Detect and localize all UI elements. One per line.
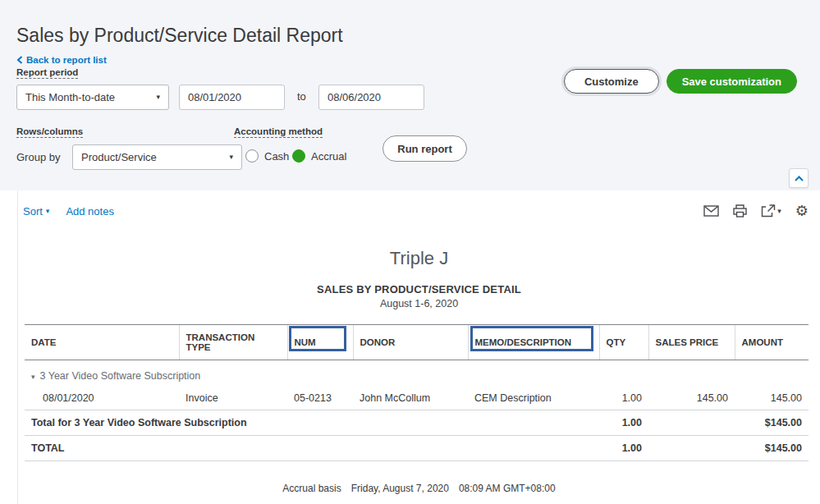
cell-amount: 145.00 <box>735 387 809 410</box>
back-to-report-list-link[interactable]: Back to report list <box>16 55 107 65</box>
cell-date[interactable]: 08/01/2020 <box>25 387 179 410</box>
radio-selected-icon <box>292 149 305 163</box>
grand-total-row: TOTAL 1.00 $145.00 <box>25 436 809 461</box>
report-card: Sort ▾ Add notes ▾ ⚙ Triple J SALES BY P… <box>18 190 820 504</box>
empty-cell <box>648 436 735 461</box>
customize-button[interactable]: Customize <box>564 69 659 94</box>
cash-radio-label: Cash <box>264 150 289 163</box>
column-header-sales-price[interactable]: SALES PRICE <box>648 325 735 360</box>
add-notes-label: Add notes <box>66 205 114 218</box>
run-report-button[interactable]: Run report <box>383 135 467 162</box>
group-total-qty: 1.00 <box>599 410 648 436</box>
cell-transaction-type[interactable]: Invoice <box>179 387 287 410</box>
cell-memo[interactable]: CEM Description <box>468 387 599 410</box>
accrual-radio[interactable]: Accrual <box>292 149 346 163</box>
print-button[interactable] <box>733 204 747 218</box>
chevron-left-icon <box>16 56 23 64</box>
grand-total-qty: 1.00 <box>599 436 648 461</box>
envelope-icon <box>703 205 719 217</box>
chevron-down-icon: ▾ <box>229 153 233 161</box>
cell-donor[interactable]: John McCollum <box>353 387 468 410</box>
column-header-transaction-type[interactable]: TRANSACTION TYPE <box>179 325 287 360</box>
column-header-amount[interactable]: AMOUNT <box>735 325 809 360</box>
column-header-donor[interactable]: DONOR <box>353 325 468 360</box>
chevron-down-icon: ▾ <box>777 208 781 215</box>
num-header-label: NUM <box>295 337 316 347</box>
top-actions: Customize Save customization <box>564 69 797 94</box>
toolbar-icons: ▾ ⚙ <box>703 204 809 218</box>
report-title: SALES BY PRODUCT/SERVICE DETAIL <box>18 283 820 296</box>
chevron-up-icon <box>795 176 804 181</box>
back-link-label: Back to report list <box>26 55 107 65</box>
footer-date: Friday, August 7, 2020 <box>351 483 449 494</box>
memo-header-label: MEMO/DESCRIPTION <box>475 337 572 347</box>
report-toolbar: Sort ▾ Add notes ▾ ⚙ <box>18 200 820 225</box>
page-title: Sales by Product/Service Detail Report <box>16 25 343 47</box>
table-header-row: DATE TRANSACTION TYPE NUM DONOR MEMO/DES… <box>25 325 809 360</box>
save-customization-button[interactable]: Save customization <box>667 69 797 94</box>
group-total-row: Total for 3 Year Video Software Subscrip… <box>25 410 809 436</box>
filter-panel: Sales by Product/Service Detail Report B… <box>0 0 820 190</box>
group-total-label: Total for 3 Year Video Software Subscrip… <box>25 410 599 436</box>
report-header: Triple J SALES BY PRODUCT/SERVICE DETAIL… <box>18 248 820 309</box>
printer-icon <box>733 204 747 218</box>
cash-radio[interactable]: Cash <box>245 149 289 163</box>
chevron-down-icon: ▾ <box>46 208 50 215</box>
rows-columns-label: Rows/columns <box>16 126 83 138</box>
report-period-range: August 1-6, 2020 <box>18 298 820 309</box>
accrual-radio-label: Accrual <box>311 150 346 163</box>
sort-link[interactable]: Sort ▾ <box>23 205 49 218</box>
add-notes-link[interactable]: Add notes <box>66 205 114 218</box>
table-row: 08/01/2020 Invoice 05-0213 John McCollum… <box>25 387 809 410</box>
cell-num[interactable]: 05-0213 <box>287 387 353 410</box>
date-range-to-label: to <box>297 90 306 103</box>
report-footer: Accrual basis Friday, August 7, 2020 08:… <box>18 483 820 494</box>
export-icon <box>761 204 776 218</box>
footer-time: 08:09 AM GMT+08:00 <box>459 483 556 494</box>
gear-icon: ⚙ <box>795 204 809 218</box>
column-header-qty[interactable]: QTY <box>599 325 648 360</box>
report-table: DATE TRANSACTION TYPE NUM DONOR MEMO/DES… <box>25 324 809 461</box>
group-row-cell[interactable]: ▾3 Year Video Software Subscription <box>25 360 809 387</box>
report-period-label: Report period <box>16 67 78 79</box>
cell-qty: 1.00 <box>599 387 648 410</box>
chevron-down-icon: ▾ <box>156 94 160 101</box>
settings-button[interactable]: ⚙ <box>795 204 809 218</box>
group-name: 3 Year Video Software Subscription <box>40 370 201 382</box>
accounting-method-label: Accounting method <box>234 126 323 138</box>
group-by-label: Group by <box>16 151 60 163</box>
group-by-select[interactable]: Product/Service ▾ <box>72 144 242 170</box>
group-row: ▾3 Year Video Software Subscription <box>25 360 809 387</box>
column-header-date[interactable]: DATE <box>25 325 179 360</box>
triangle-down-icon: ▾ <box>31 373 35 381</box>
radio-circle-icon <box>245 149 259 163</box>
sort-link-label: Sort <box>23 205 43 218</box>
company-name: Triple J <box>18 248 820 269</box>
date-to-input[interactable] <box>318 85 424 110</box>
date-from-input[interactable] <box>179 85 285 110</box>
grand-total-label: TOTAL <box>25 436 599 461</box>
column-header-memo-description[interactable]: MEMO/DESCRIPTION <box>468 325 599 360</box>
report-period-value: This Month-to-date <box>25 91 115 103</box>
column-header-num[interactable]: NUM <box>287 325 353 360</box>
grand-total-amount: $145.00 <box>735 436 809 461</box>
group-by-value: Product/Service <box>81 151 157 163</box>
empty-cell <box>648 410 735 436</box>
footer-basis: Accrual basis <box>282 483 341 494</box>
cell-sales-price: 145.00 <box>648 387 735 410</box>
group-total-amount: $145.00 <box>735 410 809 436</box>
collapse-panel-button[interactable] <box>789 168 809 188</box>
report-period-select[interactable]: This Month-to-date ▾ <box>16 85 169 110</box>
export-button[interactable]: ▾ <box>761 204 781 218</box>
email-button[interactable] <box>703 205 719 217</box>
